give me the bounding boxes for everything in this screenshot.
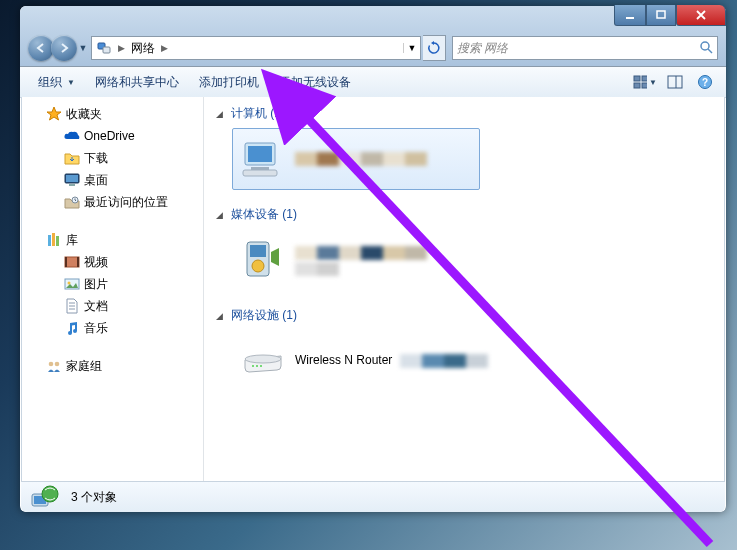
favorites-star-icon <box>46 106 62 122</box>
sidebar-item-recent[interactable]: 最近访问的位置 <box>28 191 203 213</box>
sidebar-item-videos[interactable]: 视频 <box>28 251 203 273</box>
group-header[interactable]: ◢ 网络设施 (1) <box>216 307 712 324</box>
chevron-right-icon[interactable]: ▶ <box>159 43 170 53</box>
address-bar[interactable]: ▶ 网络 ▶ ▼ <box>91 36 421 60</box>
svg-point-4 <box>701 42 709 50</box>
group-header[interactable]: ◢ 媒体设备 (1) <box>216 206 712 223</box>
downloads-folder-icon <box>64 150 80 166</box>
view-options-button[interactable]: ▼ <box>632 70 658 94</box>
libraries-icon <box>46 232 62 248</box>
sidebar-item-music[interactable]: 音乐 <box>28 317 203 339</box>
svg-rect-30 <box>243 170 277 176</box>
svg-rect-32 <box>250 245 266 257</box>
navigation-pane: 收藏夹 OneDrive 下载 桌面 <box>22 97 204 481</box>
status-text: 3 个对象 <box>71 489 117 506</box>
item-name: Wireless N Router <box>295 353 392 367</box>
organize-label: 组织 <box>38 74 62 91</box>
svg-rect-17 <box>48 235 51 246</box>
svg-rect-21 <box>65 257 67 267</box>
redacted-text <box>400 354 488 368</box>
sidebar-item-label: 桌面 <box>84 172 108 189</box>
computer-icon <box>241 137 285 181</box>
search-icon <box>699 40 713 57</box>
documents-icon <box>64 298 80 314</box>
svg-rect-3 <box>103 47 110 53</box>
collapse-caret-icon[interactable]: ◢ <box>216 210 226 220</box>
chevron-down-icon: ▼ <box>649 78 657 87</box>
music-icon <box>64 320 80 336</box>
titlebar: ▼ ▶ 网络 ▶ ▼ <box>20 6 726 67</box>
collapse-caret-icon[interactable]: ◢ <box>216 109 226 119</box>
nav-history-dropdown[interactable]: ▼ <box>77 43 89 53</box>
favorites-header[interactable]: 收藏夹 <box>28 103 203 125</box>
svg-rect-9 <box>668 76 682 88</box>
nav-forward-button[interactable] <box>51 35 77 61</box>
sidebar-item-label: 下载 <box>84 150 108 167</box>
sidebar-item-label: 最近访问的位置 <box>84 194 168 211</box>
svg-point-37 <box>260 365 262 367</box>
svg-rect-5 <box>634 76 640 81</box>
svg-point-24 <box>68 282 71 285</box>
minimize-button[interactable] <box>614 5 646 26</box>
network-location-icon <box>96 40 112 56</box>
sidebar-item-documents[interactable]: 文档 <box>28 295 203 317</box>
sidebar-item-desktop[interactable]: 桌面 <box>28 169 203 191</box>
homegroup-header[interactable]: 家庭组 <box>28 355 203 377</box>
media-device-icon <box>241 238 285 282</box>
svg-rect-7 <box>634 83 640 88</box>
sidebar-item-label: 音乐 <box>84 320 108 337</box>
collapse-caret-icon[interactable]: ◢ <box>216 311 226 321</box>
group-header[interactable]: ◢ 计算机 (1) <box>216 105 712 122</box>
desktop-icon <box>64 172 80 188</box>
svg-rect-15 <box>69 184 75 186</box>
svg-rect-14 <box>66 175 78 182</box>
svg-point-33 <box>252 260 264 272</box>
recent-places-icon <box>64 194 80 210</box>
sidebar-item-pictures[interactable]: 图片 <box>28 273 203 295</box>
svg-rect-28 <box>248 146 272 162</box>
group-computers: ◢ 计算机 (1) <box>216 105 712 196</box>
group-title: 媒体设备 (1) <box>231 206 297 223</box>
sidebar-item-label: OneDrive <box>84 129 135 143</box>
refresh-button[interactable] <box>423 35 446 61</box>
router-item[interactable]: Wireless N Router <box>232 330 497 392</box>
router-icon <box>241 339 285 383</box>
svg-rect-22 <box>77 257 79 267</box>
network-sharing-center-button[interactable]: 网络和共享中心 <box>85 70 189 95</box>
media-device-item[interactable] <box>232 229 436 291</box>
group-title: 计算机 (1) <box>231 105 285 122</box>
libraries-header[interactable]: 库 <box>28 229 203 251</box>
address-dropdown[interactable]: ▼ <box>403 43 420 53</box>
group-media-devices: ◢ 媒体设备 (1) <box>216 206 712 297</box>
group-network-equipment: ◢ 网络设施 (1) <box>216 307 712 398</box>
organize-menu[interactable]: 组织 ▼ <box>28 70 85 95</box>
computer-item[interactable] <box>232 128 480 190</box>
sidebar-item-label: 图片 <box>84 276 108 293</box>
breadcrumb-root[interactable]: 网络 <box>127 37 159 59</box>
toolbar: 组织 ▼ 网络和共享中心 添加打印机 添加无线设备 ▼ ? <box>20 67 726 98</box>
svg-rect-6 <box>642 76 647 81</box>
add-printer-button[interactable]: 添加打印机 <box>189 70 269 95</box>
chevron-right-icon: ▶ <box>116 43 127 53</box>
items-view[interactable]: ◢ 计算机 (1) <box>204 97 724 481</box>
search-input[interactable]: 搜索 网络 <box>452 36 718 60</box>
help-button[interactable]: ? <box>692 70 718 94</box>
chevron-down-icon: ▼ <box>67 78 75 87</box>
close-button[interactable] <box>676 5 726 26</box>
redacted-text <box>295 246 427 260</box>
svg-rect-0 <box>626 17 634 19</box>
maximize-button[interactable] <box>646 5 676 26</box>
sidebar-item-onedrive[interactable]: OneDrive <box>28 125 203 147</box>
preview-pane-button[interactable] <box>662 70 688 94</box>
sidebar-item-downloads[interactable]: 下载 <box>28 147 203 169</box>
svg-rect-18 <box>52 233 55 246</box>
add-wireless-device-button[interactable]: 添加无线设备 <box>269 70 361 95</box>
explorer-window: ▼ ▶ 网络 ▶ ▼ <box>20 6 726 512</box>
svg-point-35 <box>252 365 254 367</box>
libraries-label: 库 <box>66 232 78 249</box>
onedrive-icon <box>64 128 80 144</box>
redacted-text <box>295 262 427 274</box>
sidebar-item-label: 文档 <box>84 298 108 315</box>
svg-rect-1 <box>657 11 665 18</box>
status-bar: 3 个对象 <box>21 481 725 512</box>
